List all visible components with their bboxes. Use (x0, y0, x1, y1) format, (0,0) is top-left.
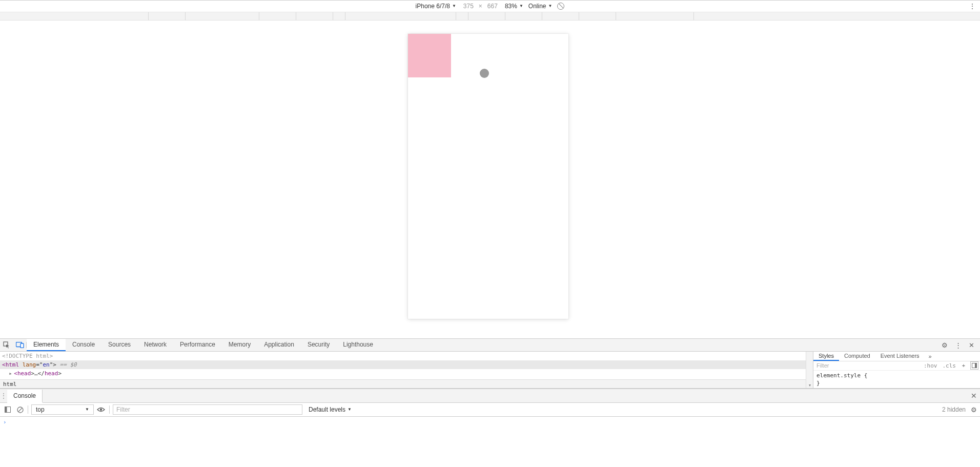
svg-rect-4 (975, 363, 977, 368)
console-sidebar-toggle-icon[interactable] (3, 405, 12, 414)
styles-tab-styles[interactable]: Styles (813, 352, 839, 361)
levels-label: Default levels (309, 406, 345, 413)
zoom-value: 83% (505, 3, 517, 10)
ruler-tick[interactable] (333, 12, 345, 20)
device-select[interactable]: iPhone 6/7/8 ▼ (416, 3, 456, 10)
chevron-down-icon[interactable]: ▾ (806, 382, 813, 388)
separator (109, 405, 110, 414)
devtools-tabbar: Elements Console Sources Network Perform… (0, 338, 980, 352)
ruler-tick[interactable] (542, 12, 579, 20)
live-expression-icon[interactable] (97, 407, 106, 412)
device-name: iPhone 6/7/8 (416, 3, 450, 10)
console-body[interactable]: › (0, 417, 980, 467)
page-pink-box (408, 34, 451, 77)
console-toolbar: top ▼ Default levels ▼ 2 hidden ⚙ (0, 403, 980, 417)
ruler-tick[interactable] (616, 12, 694, 20)
caret-down-icon: ▼ (519, 4, 523, 8)
tab-application[interactable]: Application (257, 339, 301, 351)
zoom-select[interactable]: 83% ▼ (505, 3, 523, 10)
toggle-computed-sidebar-icon[interactable] (970, 361, 978, 370)
device-frame[interactable] (408, 34, 568, 319)
close-icon[interactable]: ✕ (965, 341, 978, 349)
tab-sources[interactable]: Sources (101, 339, 137, 351)
caret-down-icon: ▼ (348, 407, 352, 412)
drawer-drag-icon[interactable]: ⋮ (0, 392, 7, 399)
console-prompt-icon: › (3, 419, 7, 425)
context-value: top (36, 406, 45, 413)
kebab-menu-icon[interactable]: ⋮ (951, 341, 965, 349)
styles-tabs: Styles Computed Event Listeners » (813, 352, 980, 361)
style-rule-open: element.style { (816, 372, 977, 379)
caret-down-icon: ▼ (85, 407, 89, 412)
device-toolbar: iPhone 6/7/8 ▼ 375 × 667 83% ▼ Online ▼ … (0, 0, 980, 12)
separator (28, 405, 28, 414)
device-viewport-area (0, 21, 980, 338)
tab-console[interactable]: Console (66, 339, 101, 351)
ruler-tick[interactable] (505, 12, 542, 20)
ruler-tick[interactable] (579, 12, 616, 20)
styles-tab-computed[interactable]: Computed (839, 352, 875, 361)
hidden-messages-count[interactable]: 2 hidden (942, 406, 966, 413)
ruler-tick[interactable] (345, 12, 456, 20)
rotate-icon[interactable] (557, 3, 564, 10)
toggle-device-toolbar-icon[interactable] (13, 342, 27, 348)
close-icon[interactable]: ✕ (971, 392, 977, 400)
svg-line-8 (18, 408, 22, 412)
touch-cursor-icon (480, 69, 489, 78)
ruler-tick[interactable] (259, 12, 296, 20)
styles-filter-row: :hov .cls + (813, 361, 980, 371)
tab-memory[interactable]: Memory (222, 339, 257, 351)
svg-rect-2 (21, 343, 24, 348)
caret-down-icon: ▼ (548, 4, 553, 8)
breadcrumb[interactable]: html (0, 379, 806, 388)
ruler-tick[interactable] (186, 12, 259, 20)
elements-panel: <!DOCTYPE html> <html lang="en"> == $0 ▸… (0, 352, 980, 389)
ruler-tick[interactable] (149, 12, 186, 20)
ruler-tick[interactable] (468, 12, 505, 20)
hov-toggle[interactable]: :hov (921, 362, 940, 369)
ruler-tick[interactable] (0, 12, 149, 20)
ruler-tick[interactable] (456, 12, 468, 20)
cls-toggle[interactable]: .cls (940, 362, 959, 369)
inspect-element-icon[interactable] (0, 341, 13, 349)
tab-network[interactable]: Network (137, 339, 173, 351)
execution-context-select[interactable]: top ▼ (31, 404, 94, 415)
dom-line-head[interactable]: ▸<head>…</head> (0, 369, 806, 378)
tab-lighthouse[interactable]: Lighthouse (336, 339, 380, 351)
tab-performance[interactable]: Performance (173, 339, 222, 351)
svg-rect-6 (5, 407, 7, 413)
log-levels-select[interactable]: Default levels ▼ (309, 406, 352, 413)
dom-line-html[interactable]: <html lang="en"> == $0 (0, 360, 806, 369)
new-style-rule-icon[interactable]: + (958, 362, 969, 369)
console-settings-gear-icon[interactable]: ⚙ (971, 406, 977, 414)
dom-line-doctype[interactable]: <!DOCTYPE html> (0, 352, 806, 360)
dom-tree[interactable]: <!DOCTYPE html> <html lang="en"> == $0 ▸… (0, 352, 806, 388)
clear-console-icon[interactable] (15, 405, 25, 414)
settings-gear-icon[interactable]: ⚙ (938, 341, 951, 349)
ruler (0, 12, 980, 21)
width-value[interactable]: 375 (461, 3, 476, 10)
styles-filter-input[interactable] (813, 362, 921, 369)
throttle-value: Online (528, 3, 546, 10)
kebab-menu-icon[interactable]: ⋮ (969, 2, 976, 10)
height-value[interactable]: 667 (485, 3, 500, 10)
style-rule-close: } (816, 379, 977, 387)
console-drawer-header: ⋮ Console ✕ (0, 389, 980, 403)
svg-point-9 (100, 409, 102, 411)
dimensions-group: 375 × 667 (461, 3, 500, 10)
styles-tab-event-listeners[interactable]: Event Listeners (875, 352, 925, 361)
console-filter-input[interactable] (113, 404, 302, 415)
drawer-tab-console[interactable]: Console (7, 390, 43, 403)
styles-tabs-more-icon[interactable]: » (925, 352, 936, 361)
dom-scrollbar[interactable]: ▾ (806, 352, 813, 388)
dimension-x: × (479, 3, 482, 10)
console-drawer: ⋮ Console ✕ top ▼ Default levels ▼ 2 hid… (0, 389, 980, 467)
caret-down-icon: ▼ (452, 4, 456, 8)
tab-elements[interactable]: Elements (27, 339, 66, 351)
tab-security[interactable]: Security (301, 339, 336, 351)
styles-sidebar: Styles Computed Event Listeners » :hov .… (813, 352, 980, 388)
throttle-select[interactable]: Online ▼ (528, 3, 553, 10)
expand-arrow-icon[interactable]: ▸ (9, 369, 14, 378)
styles-body[interactable]: element.style { } (813, 371, 980, 388)
ruler-tick[interactable] (296, 12, 333, 20)
